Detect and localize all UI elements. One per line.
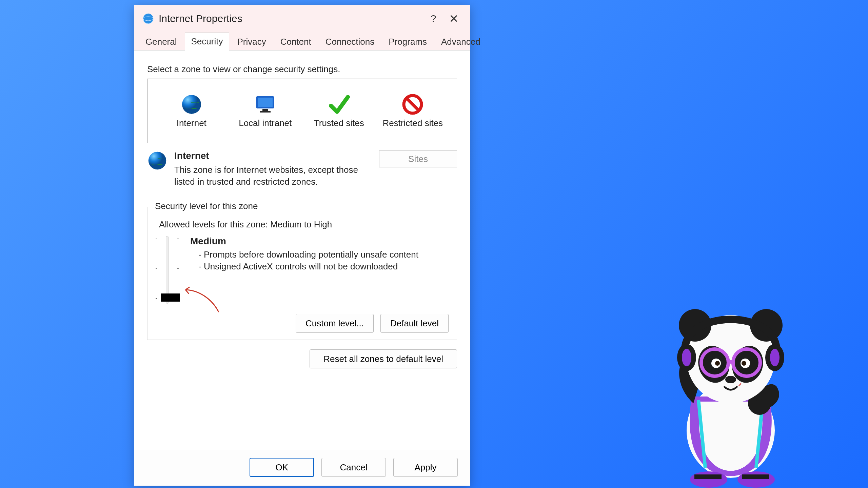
allowed-levels-text: Allowed levels for this zone: Medium to …	[159, 219, 449, 230]
zone-restricted-sites[interactable]: Restricted sites	[382, 94, 443, 128]
zone-selector: Internet Local intranet Trusted sites Re…	[147, 79, 457, 143]
tab-general[interactable]: General	[139, 33, 183, 50]
level-bullet: - Unsigned ActiveX controls will not be …	[198, 261, 418, 272]
cancel-button[interactable]: Cancel	[321, 458, 386, 477]
globe-icon	[147, 150, 167, 171]
zone-trusted-sites[interactable]: Trusted sites	[309, 94, 370, 128]
svg-point-9	[149, 152, 166, 170]
svg-point-25	[770, 349, 780, 366]
tabstrip: General Security Privacy Content Connect…	[134, 32, 470, 50]
zone-label: Restricted sites	[382, 118, 443, 128]
svg-line-8	[407, 98, 419, 110]
svg-rect-18	[742, 474, 769, 479]
zone-internet[interactable]: Internet	[161, 94, 222, 128]
svg-point-34	[742, 361, 746, 366]
zone-local-intranet[interactable]: Local intranet	[235, 94, 296, 128]
security-level-slider[interactable]	[158, 236, 177, 304]
tab-content-panel: Select a zone to view or change security…	[134, 50, 470, 450]
current-zone-name: Internet	[174, 150, 366, 161]
default-level-button[interactable]: Default level	[380, 314, 449, 333]
apply-button[interactable]: Apply	[393, 458, 458, 477]
level-bullet: - Prompts before downloading potentially…	[198, 249, 418, 261]
group-legend: Security level for this zone	[152, 201, 260, 211]
svg-point-15	[690, 471, 727, 488]
zone-label: Trusted sites	[314, 118, 364, 128]
security-level-group: Security level for this zone Allowed lev…	[147, 207, 457, 340]
svg-point-2	[182, 95, 201, 114]
checkmark-icon	[328, 94, 350, 115]
svg-point-16	[737, 471, 775, 488]
annotation-arrow-icon	[181, 285, 222, 316]
svg-point-24	[682, 349, 691, 366]
dialog-button-row: OK Cancel Apply	[134, 450, 470, 486]
tab-programs[interactable]: Programs	[382, 33, 433, 50]
svg-rect-6	[260, 111, 271, 113]
tab-privacy[interactable]: Privacy	[231, 33, 272, 50]
current-zone-description: This zone is for Internet websites, exce…	[174, 164, 366, 188]
ok-button[interactable]: OK	[250, 458, 314, 477]
tab-connections[interactable]: Connections	[319, 33, 381, 50]
custom-level-button[interactable]: Custom level...	[296, 314, 374, 333]
reset-all-zones-button[interactable]: Reset all zones to default level	[310, 349, 457, 368]
svg-rect-4	[258, 98, 273, 107]
zone-label: Local intranet	[239, 118, 292, 128]
tab-security[interactable]: Security	[185, 33, 230, 50]
slider-thumb[interactable]	[161, 293, 180, 302]
no-entry-icon	[402, 94, 423, 115]
svg-point-32	[715, 361, 720, 366]
help-button[interactable]: ?	[423, 13, 443, 24]
zone-label: Internet	[177, 118, 206, 128]
svg-point-35	[725, 376, 736, 383]
close-button[interactable]: ✕	[443, 12, 464, 25]
zone-instruction: Select a zone to view or change security…	[147, 64, 457, 75]
monitor-icon	[254, 94, 276, 115]
window-title: Internet Properties	[159, 13, 423, 24]
panda-mascot-image	[654, 285, 807, 488]
zone-description-row: Internet This zone is for Internet websi…	[147, 150, 457, 188]
internet-properties-dialog: Internet Properties ? ✕ General Security…	[134, 5, 470, 486]
tab-advanced[interactable]: Advanced	[435, 33, 487, 50]
globe-icon	[181, 94, 202, 115]
tab-content[interactable]: Content	[274, 33, 318, 50]
level-name: Medium	[190, 236, 418, 247]
titlebar: Internet Properties ? ✕	[134, 5, 470, 32]
svg-rect-17	[694, 474, 722, 479]
svg-rect-5	[262, 109, 268, 111]
internet-options-icon	[142, 13, 154, 24]
sites-button[interactable]: Sites	[379, 150, 457, 167]
